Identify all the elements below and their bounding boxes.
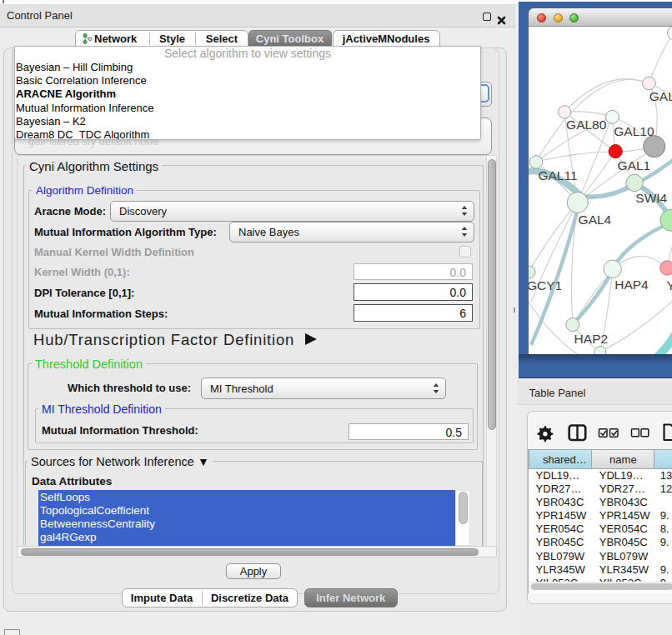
svg-text:SWI4: SWI4 — [635, 191, 667, 205]
svg-text:GAL2: GAL2 — [649, 89, 672, 103]
svg-text:GAL10: GAL10 — [614, 124, 654, 138]
svg-text:GAL11: GAL11 — [538, 168, 577, 182]
svg-text:GAL80: GAL80 — [566, 118, 607, 132]
svg-text:GCY1: GCY1 — [529, 278, 562, 292]
svg-text:Y: Y — [667, 278, 672, 292]
svg-text:GAL4: GAL4 — [579, 212, 612, 226]
svg-text:HAP2: HAP2 — [574, 332, 609, 346]
svg-text:HAP4: HAP4 — [614, 278, 649, 292]
svg-text:GAL1: GAL1 — [618, 158, 651, 172]
